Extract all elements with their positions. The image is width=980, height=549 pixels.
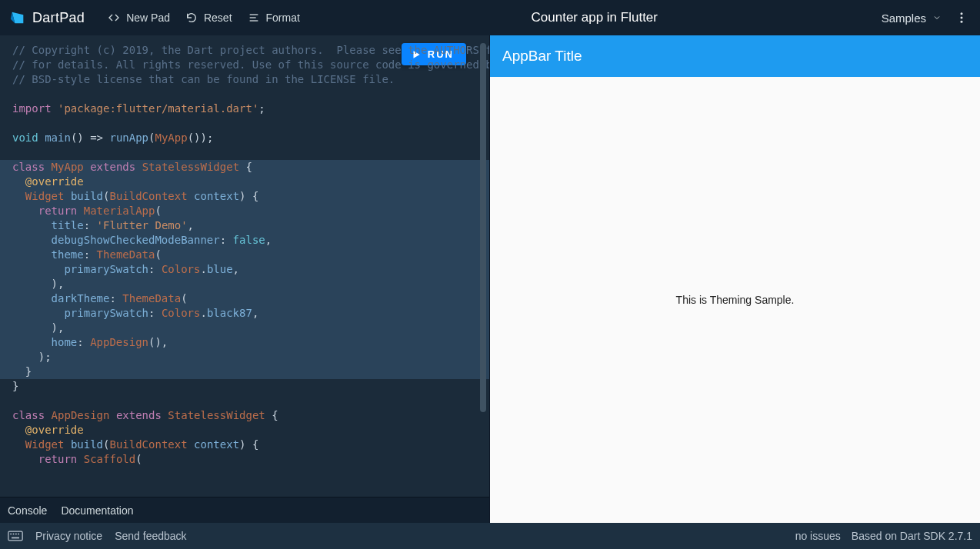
refresh-icon [185,12,198,24]
code-editor[interactable]: // Copyright (c) 2019, the Dart project … [0,35,489,497]
preview-body-text: This is Theming Sample. [676,294,795,306]
svg-point-7 [961,21,963,23]
svg-rect-9 [8,531,22,541]
brand-label: DartPad [32,10,85,26]
new-pad-button[interactable]: New Pad [100,8,178,27]
feedback-link[interactable]: Send feedback [115,530,186,542]
svg-rect-12 [15,534,17,535]
preview-appbar: AppBar Title [490,35,980,77]
reset-button[interactable]: Reset [178,8,240,27]
editor-bottom-tabs: Console Documentation [0,497,489,523]
preview-pane: AppBar Title This is Theming Sample. [490,35,980,523]
reset-label: Reset [204,12,232,24]
code-content[interactable]: // Copyright (c) 2019, the Dart project … [0,35,489,482]
footer-bar: Privacy notice Send feedback no issues B… [0,523,980,549]
svg-rect-14 [12,537,19,539]
svg-rect-13 [18,534,19,535]
top-bar: DartPad New Pad Reset Format Counter app… [0,0,980,35]
keyboard-icon[interactable] [8,531,23,541]
preview-appbar-title: AppBar Title [502,48,582,65]
dart-logo-icon [9,9,26,26]
tab-documentation[interactable]: Documentation [61,504,133,517]
sdk-version: Based on Dart SDK 2.7.1 [852,530,972,542]
more-menu-button[interactable] [952,8,971,27]
tab-console[interactable]: Console [8,504,47,517]
samples-dropdown[interactable]: Samples [882,12,942,25]
editor-scrollbar[interactable] [480,43,486,420]
svg-point-6 [961,17,963,19]
samples-label: Samples [882,12,926,25]
format-button[interactable]: Format [240,8,308,27]
chevron-down-icon [932,13,942,22]
format-icon [248,12,260,24]
code-icon [108,12,120,24]
svg-point-5 [961,12,963,15]
issues-status: no issues [795,530,841,542]
format-label: Format [266,12,300,24]
svg-rect-11 [13,534,15,535]
privacy-link[interactable]: Privacy notice [35,530,102,542]
brand: DartPad [9,9,85,26]
editor-pane: RUN // Copyright (c) 2019, the Dart proj… [0,35,490,523]
page-title: Counter app in Flutter [308,10,882,25]
new-pad-label: New Pad [126,12,170,24]
scrollbar-thumb[interactable] [480,43,486,412]
main-area: RUN // Copyright (c) 2019, the Dart proj… [0,35,980,523]
preview-body: This is Theming Sample. [490,77,980,523]
svg-rect-10 [10,534,12,535]
kebab-icon [955,11,968,25]
